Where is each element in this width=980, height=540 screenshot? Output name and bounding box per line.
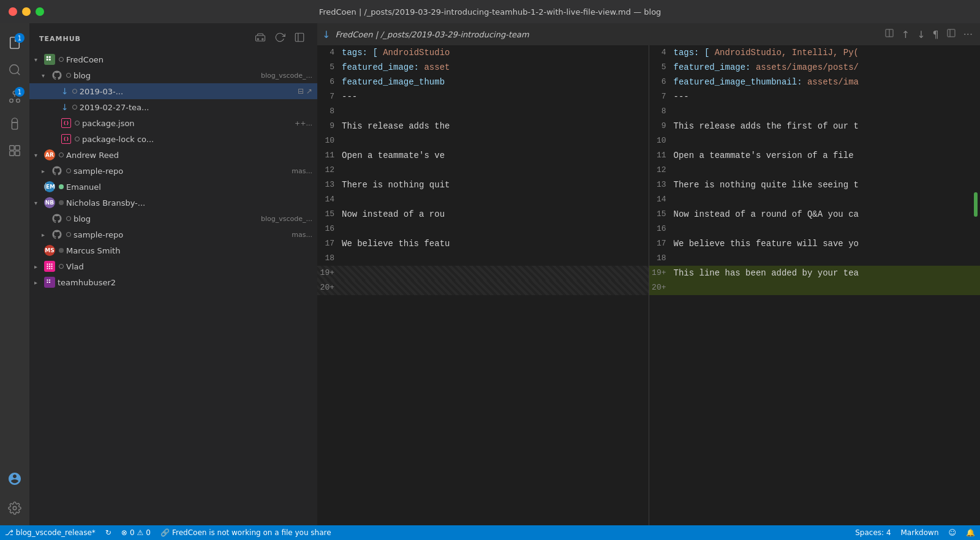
status-spaces[interactable]: Spaces: 4 <box>855 528 891 537</box>
line-5-right: 5featured_image: assets/images/posts/ <box>649 60 981 75</box>
svg-rect-8 <box>10 151 14 156</box>
svg-line-1 <box>17 72 20 75</box>
sidebar-action-refresh-icon[interactable] <box>272 31 288 47</box>
svg-point-0 <box>10 65 19 74</box>
svg-rect-18 <box>47 59 48 61</box>
settings-icon[interactable] <box>2 496 27 520</box>
minimize-button[interactable] <box>22 7 31 16</box>
sync-icon: ↻ <box>105 528 111 537</box>
tab-action-layout[interactable] <box>944 27 959 42</box>
tree-badge-nicholas-blog: blog_vscode_... <box>261 215 312 223</box>
teamhub-icon[interactable] <box>2 467 27 491</box>
tree-item-teamhubuser2[interactable]: ▸ teamhubuser2 <box>29 274 317 290</box>
svg-rect-26 <box>47 268 48 269</box>
line-8-left: 8 <box>317 104 649 119</box>
line-5-left: 5featured_image: asset <box>317 60 649 75</box>
status-circle <box>66 232 71 237</box>
source-control-icon[interactable]: 1 <box>2 84 27 109</box>
tree-label-package-json: package.json <box>82 119 290 128</box>
line-6-right: 6featured_image_thumbnail: assets/ima <box>649 75 981 89</box>
line-12-left: 12 <box>317 163 649 178</box>
vlad-avatar <box>44 261 55 272</box>
close-button[interactable] <box>9 7 17 16</box>
svg-rect-20 <box>47 264 48 265</box>
source-control-badge: 1 <box>15 87 24 97</box>
status-branch[interactable]: ⎇ blog_vscode_release* <box>5 528 96 537</box>
bell-icon: 🔔 <box>966 528 975 537</box>
line-13-right: 13There is nothing quite like seeing t <box>649 178 981 192</box>
line-8-right: 8 <box>649 104 981 119</box>
status-sync[interactable]: ↻ <box>105 528 111 537</box>
json-icon: {} <box>61 118 71 128</box>
chevron-icon: ▸ <box>42 231 49 238</box>
status-circle <box>59 57 64 62</box>
tree-label-nicholas-sample: sample-repo <box>74 230 287 239</box>
share-text: FredCoen is not working on a file you sh… <box>172 528 331 537</box>
tree-item-andrew-sample-repo[interactable]: ▸ sample-repo mas... <box>29 163 317 179</box>
status-emoji[interactable]: ☺ <box>948 528 956 537</box>
status-circle <box>75 121 80 126</box>
arrow-down-icon: ↓ <box>61 86 69 96</box>
sidebar: TEAMHUB <box>29 23 317 525</box>
tree-item-nicholas-blog[interactable]: blog blog_vscode_... <box>29 211 317 227</box>
search-icon[interactable] <box>2 58 27 82</box>
svg-rect-14 <box>295 33 304 42</box>
tab-action-split[interactable] <box>882 27 897 42</box>
emoji-icon: ☺ <box>948 528 956 537</box>
status-circle <box>75 137 80 141</box>
svg-rect-27 <box>49 268 50 269</box>
status-language[interactable]: Markdown <box>901 528 939 537</box>
sidebar-action-transport-icon[interactable] <box>252 31 268 47</box>
tree-label-andrew-sample: sample-repo <box>74 167 287 176</box>
tree-item-package-json[interactable]: {} package.json ++... <box>29 115 317 131</box>
tab-down-icon: ↓ <box>322 29 330 40</box>
tree-item-nicholas-sample[interactable]: ▸ sample-repo mas... <box>29 227 317 242</box>
sidebar-actions <box>252 31 307 47</box>
editor-pane-right: 4tags: [ AndroidStudio, IntelliJ, Py( 5f… <box>649 45 981 525</box>
tab-action-pilcrow[interactable]: ¶ <box>930 28 941 42</box>
status-circle <box>72 105 77 110</box>
tree-item-andrew-reed[interactable]: ▾ AR Andrew Reed <box>29 147 317 163</box>
status-circle <box>66 216 71 221</box>
tree-item-2019-02[interactable]: ↓ 2019-02-27-tea... <box>29 99 317 115</box>
svg-rect-17 <box>49 56 51 58</box>
tree-item-package-lock[interactable]: {} package-lock co... <box>29 131 317 147</box>
tree-item-marcus[interactable]: MS Marcus Smith <box>29 242 317 258</box>
chevron-icon: ▸ <box>34 279 42 286</box>
tree-item-fredcoen[interactable]: ▾ FredCoen <box>29 51 317 67</box>
branch-icon: ⎇ <box>5 528 13 537</box>
svg-point-12 <box>257 39 258 40</box>
status-errors[interactable]: ⊗ 0 ⚠ 0 <box>121 528 151 537</box>
error-icon: ⊗ <box>121 528 127 537</box>
file-action-open[interactable]: ↗ <box>306 87 312 96</box>
svg-rect-21 <box>49 264 50 265</box>
tab-action-up[interactable]: ↑ <box>899 28 912 42</box>
tree-label-blog: blog <box>74 71 256 80</box>
tree-item-blog[interactable]: ▾ blog blog_vscode_... <box>29 67 317 83</box>
debug-icon[interactable] <box>2 111 27 136</box>
line-4-right: 4tags: [ AndroidStudio, IntelliJ, Py( <box>649 45 981 60</box>
tree-label-vlad: Vlad <box>66 262 312 271</box>
spaces-label: Spaces: 4 <box>855 528 891 537</box>
maximize-button[interactable] <box>36 7 44 16</box>
tree-item-emanuel[interactable]: EM Emanuel <box>29 179 317 195</box>
line-10-right: 10 <box>649 133 981 148</box>
svg-rect-29 <box>47 280 48 281</box>
tree-item-2019-03[interactable]: ↓ 2019-03-... ⊟ ↗ <box>29 83 317 99</box>
sidebar-action-collapse-icon[interactable] <box>292 31 307 47</box>
tab-action-more[interactable]: ··· <box>961 28 975 42</box>
files-icon[interactable]: 1 <box>2 31 27 55</box>
github-icon <box>51 70 62 81</box>
tree-item-vlad[interactable]: ▸ Vlad <box>29 258 317 274</box>
marcus-avatar: MS <box>44 245 55 256</box>
file-action-compare[interactable]: ⊟ <box>298 87 304 96</box>
github-icon <box>51 213 62 224</box>
tree-item-nicholas[interactable]: ▾ NB Nicholas Bransby-... <box>29 195 317 211</box>
extensions-icon[interactable] <box>2 138 27 163</box>
tab-action-down[interactable]: ↓ <box>914 28 927 42</box>
line-15-right: 15Now instead of a round of Q&A you ca <box>649 207 981 222</box>
status-circle <box>66 73 71 78</box>
chevron-icon: ▸ <box>34 263 42 270</box>
line-9-right: 9This release adds the first of our t <box>649 119 981 133</box>
status-bell[interactable]: 🔔 <box>966 528 975 537</box>
